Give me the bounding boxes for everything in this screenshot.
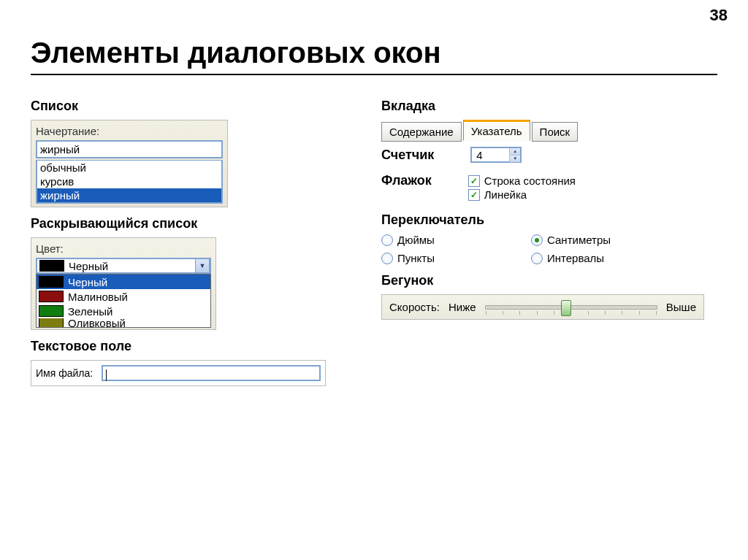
radio-row[interactable]: Сантиметры <box>531 234 659 246</box>
radio-input[interactable] <box>381 253 393 264</box>
radio-label: Пункты <box>397 252 435 264</box>
dropdown-item-label: Малиновый <box>68 291 128 303</box>
spinner-buttons: ▲ ▼ <box>509 148 520 162</box>
color-swatch <box>39 305 64 317</box>
chevron-up-icon[interactable]: ▲ <box>510 148 520 155</box>
list-widget: Начертание: жирный обычный курсив жирный <box>31 120 228 207</box>
tab-search[interactable]: Поиск <box>532 122 579 142</box>
dropdown-current[interactable]: Черный ▼ <box>36 258 211 274</box>
chevron-down-icon[interactable]: ▼ <box>510 155 520 162</box>
dropdown-item[interactable]: Оливковый <box>37 318 210 327</box>
list-items[interactable]: обычный курсив жирный <box>36 160 223 204</box>
slider-widget: Скорость: Ниже Выше <box>381 294 704 320</box>
radio-label: Дюймы <box>397 234 435 246</box>
slider-label: Скорость: <box>389 301 440 313</box>
section-spinner-label: Счетчик <box>381 147 434 163</box>
tabs-widget: Содержание Указатель Поиск <box>381 120 717 141</box>
page-number: 38 <box>710 6 728 25</box>
color-swatch <box>39 318 64 327</box>
caret-icon <box>106 369 107 381</box>
radio-group: Дюймы Сантиметры Пункты Интервалы <box>381 234 659 264</box>
spinner-value: 4 <box>472 149 509 161</box>
slider-ticks <box>486 311 657 315</box>
section-checkbox-label: Флажок <box>381 173 432 188</box>
section-list-label: Список <box>31 99 337 114</box>
slider-min-label: Ниже <box>449 301 476 313</box>
dropdown-item-label: Черный <box>68 276 107 288</box>
tab-contents[interactable]: Содержание <box>381 122 462 142</box>
dropdown-item[interactable]: Зеленый <box>37 304 210 318</box>
page-title: Элементы диалоговых окон <box>31 37 717 69</box>
checkbox-input[interactable]: ✓ <box>468 175 480 187</box>
divider <box>31 74 717 75</box>
spinner-input[interactable]: 4 ▲ ▼ <box>470 147 522 163</box>
list-caption: Начертание: <box>36 125 223 137</box>
list-item[interactable]: курсив <box>37 174 221 188</box>
radio-input[interactable] <box>381 234 393 246</box>
radio-label: Интервалы <box>547 252 604 264</box>
slider-handle[interactable] <box>561 300 571 316</box>
dropdown-list[interactable]: Черный Малиновый Зеленый Оливковый <box>36 274 211 328</box>
dropdown-item-label: Зеленый <box>68 305 112 318</box>
slider-track[interactable] <box>485 305 657 310</box>
tab-index[interactable]: Указатель <box>463 120 530 141</box>
radio-row[interactable]: Пункты <box>381 252 509 264</box>
textfield-widget: Имя файла: <box>31 360 326 386</box>
radio-label: Сантиметры <box>547 234 611 246</box>
list-value-input[interactable]: жирный <box>36 140 223 158</box>
checkbox-group: ✓ Строка состояния ✓ Линейка <box>468 173 576 202</box>
color-swatch <box>39 276 64 288</box>
list-item[interactable]: жирный <box>37 188 221 202</box>
list-item[interactable]: обычный <box>37 161 221 174</box>
textfield-label: Имя файла: <box>36 367 93 379</box>
dropdown-item-label: Оливковый <box>68 318 126 327</box>
radio-input[interactable] <box>531 234 543 246</box>
dropdown-widget: Цвет: Черный ▼ Черный Малиновый <box>31 237 216 330</box>
section-dropdown-label: Раскрывающийся список <box>31 216 337 231</box>
checkbox-input[interactable]: ✓ <box>468 189 480 201</box>
slider-max-label: Выше <box>666 301 696 313</box>
section-slider-label: Бегунок <box>381 273 717 288</box>
section-radio-label: Переключатель <box>381 212 717 228</box>
chevron-down-icon[interactable]: ▼ <box>195 258 210 273</box>
checkbox-row[interactable]: ✓ Линейка <box>468 188 576 201</box>
dropdown-caption: Цвет: <box>36 242 211 255</box>
radio-row[interactable]: Дюймы <box>381 234 509 246</box>
radio-input[interactable] <box>531 253 543 264</box>
dropdown-item[interactable]: Малиновый <box>37 289 210 304</box>
dropdown-current-name: Черный <box>69 260 195 272</box>
radio-row[interactable]: Интервалы <box>531 252 659 264</box>
checkbox-row[interactable]: ✓ Строка состояния <box>468 174 576 187</box>
color-swatch <box>39 291 64 302</box>
color-swatch <box>39 260 64 272</box>
checkbox-label: Строка состояния <box>484 174 576 187</box>
dropdown-item[interactable]: Черный <box>37 275 210 289</box>
checkbox-label: Линейка <box>484 188 527 201</box>
section-tabs-label: Вкладка <box>381 99 717 114</box>
section-textfield-label: Текстовое поле <box>31 339 337 354</box>
textfield-input[interactable] <box>102 365 321 381</box>
